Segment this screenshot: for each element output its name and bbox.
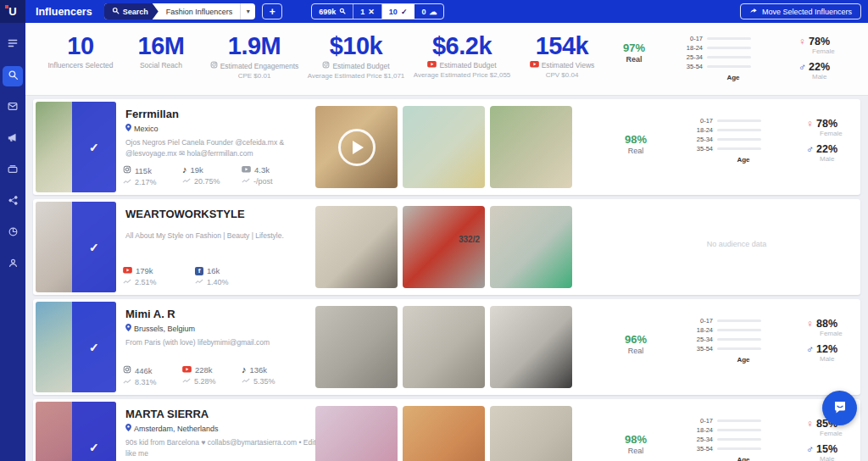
- engagement-trend-icon: [182, 177, 191, 186]
- male-icon: ♂: [806, 443, 814, 455]
- counter-selected[interactable]: 10 ✓: [382, 4, 415, 19]
- search-button[interactable]: Search: [104, 3, 159, 19]
- chat-bubble-icon: [832, 399, 848, 418]
- app-logo[interactable]: U: [0, 0, 25, 23]
- x-icon: ✕: [368, 8, 375, 16]
- media-thumbnails: [315, 306, 572, 388]
- influencer-location: Amsterdam, Netherlands: [125, 424, 329, 433]
- age-axis-label: Age: [721, 156, 765, 164]
- influencer-row-marta[interactable]: ✓ MARTA SIERRA Amsterdam, Netherlands 90…: [33, 399, 860, 461]
- check-icon: ✓: [89, 141, 99, 154]
- media-thumbnail[interactable]: [490, 406, 572, 461]
- media-thumbnail[interactable]: [403, 306, 485, 388]
- avatar[interactable]: ✓: [36, 302, 116, 392]
- sidebar-item-account[interactable]: [3, 254, 23, 275]
- stat-tiktok: ♪19k 20.75%: [182, 165, 242, 186]
- influencer-row-weartoworkstyle[interactable]: ✓ WEARTOWORKSTYLE All About My Style on …: [33, 199, 860, 295]
- influencer-row-mimi[interactable]: ✓ Mimi A. R Brussels, Belgium From Paris…: [33, 299, 860, 395]
- stat-youtube: 4.3k -/post: [242, 165, 301, 186]
- influencer-name[interactable]: WEARTOWORKSTYLE: [125, 208, 329, 220]
- media-thumbnail-video[interactable]: [315, 106, 398, 188]
- check-icon: ✓: [401, 8, 408, 16]
- avatar[interactable]: ✓: [36, 202, 116, 292]
- forward-arrow-icon: [749, 7, 758, 16]
- selected-overlay: ✓: [72, 202, 116, 292]
- instagram-icon: [322, 61, 330, 70]
- female-icon: ♀: [798, 36, 806, 47]
- media-thumbnail[interactable]: [490, 206, 572, 288]
- move-selected-button[interactable]: Move Selected Influencers: [740, 3, 861, 19]
- sidebar-item-reports[interactable]: [3, 223, 23, 243]
- summary-real-followers: 97% Real: [609, 42, 659, 64]
- media-thumbnail[interactable]: [315, 406, 398, 461]
- avatar[interactable]: ✓: [36, 102, 116, 192]
- chevron-down-icon[interactable]: ▾: [240, 3, 255, 19]
- counter-discarded[interactable]: 1 ✕: [353, 4, 382, 19]
- sidebar-item-lists[interactable]: [3, 35, 23, 55]
- gender-stats: ♀78% Female ♂22% Male: [806, 118, 868, 169]
- media-thumbnail[interactable]: [490, 306, 572, 388]
- media-thumbnails: [315, 406, 572, 461]
- sidebar-item-search[interactable]: [3, 66, 23, 86]
- share-icon: [8, 194, 19, 209]
- influencer-bio: Ojos Negros Piel Canela Founder @cefeida…: [125, 137, 325, 159]
- check-icon: ✓: [89, 241, 99, 254]
- youtube-icon: [242, 165, 251, 175]
- media-thumbnail[interactable]: [315, 306, 398, 388]
- youtube-icon: [123, 266, 132, 275]
- stat-youtube: 228k 5.28%: [182, 365, 242, 386]
- engagement-trend-icon: [242, 177, 250, 186]
- media-thumbnail[interactable]: [315, 206, 398, 288]
- chat-widget-button[interactable]: [822, 391, 857, 425]
- age-axis-label: Age: [721, 456, 765, 461]
- media-thumbnail[interactable]: [490, 106, 572, 188]
- avatar[interactable]: ✓: [36, 402, 116, 461]
- stat-tiktok: ♪136k 5.35%: [242, 365, 301, 386]
- megaphone-icon: [7, 131, 19, 147]
- cloud-icon: ☁: [429, 8, 437, 16]
- search-control[interactable]: Search Fashion Influencers ▾: [104, 3, 256, 19]
- photo-text: 332/2: [459, 235, 480, 244]
- logo-letter: U: [8, 5, 16, 18]
- magnifier-icon: [112, 7, 120, 16]
- male-icon: ♂: [798, 61, 806, 73]
- topbar: Influencers Search Fashion Influencers ▾…: [25, 0, 868, 23]
- male-icon: ♂: [806, 343, 814, 355]
- summary-ig-budget: $10k Estimated Budget Average Estimated …: [297, 33, 415, 80]
- age-axis-label: Age: [711, 74, 755, 81]
- result-counters: 699k 1 ✕ 10 ✓ 0 ☁: [311, 3, 444, 19]
- engagement-trend-icon: [195, 278, 203, 286]
- check-icon: ✓: [89, 441, 99, 454]
- influencer-name[interactable]: Ferrmillan: [125, 108, 329, 120]
- summary-estimated-views: 154k Estimated Views CPV $0.04: [507, 33, 617, 79]
- media-thumbnail[interactable]: [403, 106, 485, 188]
- influencer-bio: 90s kid from Barcelona ♥ collabs@bymarta…: [125, 437, 325, 459]
- page-title: Influencers: [36, 6, 92, 18]
- engagement-trend-icon: [182, 377, 191, 386]
- age-chart: 0-17 18-24 25-34 35-54 Age: [690, 316, 765, 364]
- sidebar-item-campaigns[interactable]: [3, 129, 23, 149]
- search-input[interactable]: Fashion Influencers: [159, 8, 241, 16]
- influencer-name[interactable]: MARTA SIERRA: [125, 408, 329, 420]
- location-pin-icon: [125, 424, 131, 433]
- media-thumbnail[interactable]: [403, 406, 485, 461]
- sidebar: U: [0, 0, 25, 461]
- female-icon: ♀: [806, 118, 814, 130]
- sidebar-item-cards[interactable]: [3, 160, 23, 181]
- add-search-button[interactable]: +: [262, 3, 282, 19]
- influencer-name[interactable]: Mimi A. R: [125, 308, 329, 320]
- selected-overlay: ✓: [72, 302, 116, 392]
- counter-results[interactable]: 699k: [312, 4, 353, 19]
- age-chart: 0-17 18-24 25-34 35-54 Age: [690, 116, 765, 164]
- counter-saved[interactable]: 0 ☁: [415, 4, 443, 19]
- engagement-trend-icon: [123, 278, 131, 286]
- search-icon: [8, 69, 19, 84]
- influencer-row-ferrmillan[interactable]: ✓ Ferrmillan Mexico Ojos Negros Piel Can…: [33, 99, 860, 195]
- network-stats: 115k 2.17% ♪19k 20.75% 4.3k -/post: [123, 165, 301, 186]
- media-thumbnail[interactable]: 332/2: [403, 206, 485, 288]
- stat-facebook: f16k 1.40%: [195, 266, 254, 286]
- sidebar-item-inbox[interactable]: [3, 97, 23, 118]
- stat-youtube: 179k 2.51%: [123, 266, 195, 286]
- sidebar-item-share[interactable]: [3, 192, 23, 212]
- location-pin-icon: [125, 124, 131, 133]
